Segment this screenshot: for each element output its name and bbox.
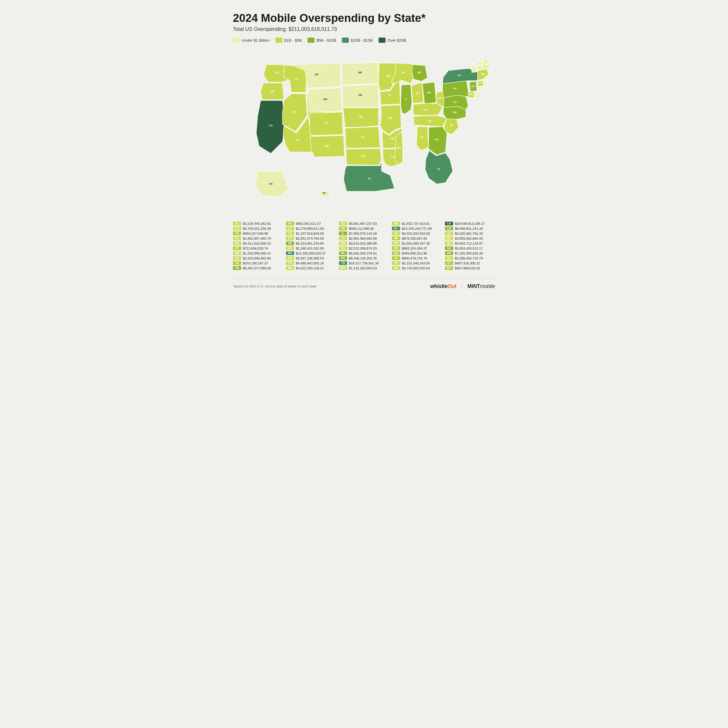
mint-logo: MINTmobile xyxy=(467,283,495,289)
state-value: $2,020,481,791.29 xyxy=(455,232,483,235)
state-value: $2,553,996,682.60 xyxy=(243,257,271,260)
legend-item-under1b: Under $1 Billion xyxy=(233,38,270,43)
table-row: MO$3,903,712,116.97 xyxy=(445,242,495,245)
state-abbr-badge: TN xyxy=(286,261,294,265)
table-row: HI$904,167,938.98 xyxy=(233,231,283,235)
state-value: $5,491,077,999.08 xyxy=(243,266,271,270)
legend-color-1b5b xyxy=(275,38,283,43)
table-row: AR$1,932,737,423.01 xyxy=(392,222,442,225)
state-NJ xyxy=(470,81,477,92)
footer: *based on 2023 U.S. census data of adult… xyxy=(233,279,495,290)
state-abbr-badge: CO xyxy=(233,226,241,230)
table-row: NJ$5,853,430,512.17 xyxy=(445,246,495,250)
state-abbr-badge: KY xyxy=(286,237,294,240)
state-value: $367,968,525.63 xyxy=(455,266,480,270)
table-row: NC$6,826,593,376.61 xyxy=(339,251,389,255)
state-abbr-badge: SC xyxy=(445,256,453,260)
table-row: KS$1,852,607,495.79 xyxy=(233,237,283,240)
state-abbr-badge: SD xyxy=(233,261,241,265)
state-value: $7,906,575,143.28 xyxy=(349,232,377,235)
table-row: UT$2,153,246,243.05 xyxy=(392,261,442,265)
state-abbr-badge: AL xyxy=(233,222,241,225)
state-abbr-badge: PA xyxy=(339,256,347,260)
table-row: OR$2,667,106,980.53 xyxy=(286,256,336,260)
table-row: IL$7,906,575,143.28 xyxy=(339,231,389,235)
table-row: TN$4,489,842,002.16 xyxy=(286,261,336,265)
table-row: MT$713,696,028.74 xyxy=(233,246,283,250)
legend-label-5b10b: $5B - $10B xyxy=(316,38,336,43)
table-row: LA$2,881,560,662.98 xyxy=(339,237,389,240)
state-abbr-badge: CA xyxy=(445,222,453,225)
state-abbr-badge: VT xyxy=(445,261,453,265)
state-abbr-badge: MI xyxy=(286,242,294,245)
table-row: AK$462,061,621.57 xyxy=(286,222,336,225)
state-value: $3,903,712,116.97 xyxy=(455,242,483,245)
state-value: $3,724,029,326.63 xyxy=(402,266,430,270)
state-abbr-badge: MO xyxy=(445,242,453,245)
state-ME xyxy=(483,60,490,70)
state-value: $6,948,651,241.30 xyxy=(455,227,483,230)
state-MA xyxy=(477,69,489,80)
state-value: $4,489,842,002.16 xyxy=(296,262,324,265)
state-value: $19,217,738,501.30 xyxy=(349,262,379,265)
state-value: $690,479,732.78 xyxy=(402,257,427,260)
table-row: PA$8,166,140,262.35 xyxy=(339,256,389,260)
table-row: IA$2,020,481,791.29 xyxy=(445,231,495,235)
state-value: $8,166,140,262.35 xyxy=(349,257,377,260)
table-row: ID$1,237,819,818.08 xyxy=(286,231,336,235)
table-row: MD$3,893,692,883.46 xyxy=(445,237,495,240)
table-row: ME$879,335,007.60 xyxy=(392,237,442,240)
state-MS xyxy=(395,132,403,165)
state-value: $1,246,421,502.99 xyxy=(296,247,324,250)
state-value: $14,245,245,771.68 xyxy=(402,227,431,230)
state-abbr-badge: NE xyxy=(286,246,294,250)
state-value: $4,323,333,593.50 xyxy=(402,232,430,235)
table-row: CA$24,548,913,238.17 xyxy=(445,222,495,225)
table-row: TX$19,217,738,501.30 xyxy=(339,261,389,265)
state-DE xyxy=(475,92,480,98)
logo-container: whistleOut | MINTmobile xyxy=(430,283,495,290)
state-value: $579,190,197.27 xyxy=(243,262,268,265)
state-value: $4,681,907,237.03 xyxy=(349,222,377,225)
state-CT xyxy=(477,81,483,87)
legend-label-10b15b: $10B - $15B xyxy=(350,38,373,43)
table-row: WA$4,922,283,158.21 xyxy=(286,266,336,270)
state-abbr-badge: HI xyxy=(233,231,241,235)
state-abbr-badge: IA xyxy=(445,231,453,235)
state-abbr-badge: TX xyxy=(339,261,347,265)
state-CO xyxy=(309,112,343,135)
state-HI xyxy=(319,191,330,197)
legend-item-5b10b: $5B - $10B xyxy=(307,38,336,43)
state-value: $1,932,737,423.01 xyxy=(402,222,430,225)
table-row: RI$690,479,732.78 xyxy=(392,256,442,260)
state-OR xyxy=(261,83,284,99)
table-row: WV$1,115,182,963.53 xyxy=(339,266,389,270)
table-row: WI$3,724,029,326.63 xyxy=(392,266,442,270)
state-abbr-badge: WI xyxy=(392,266,400,270)
legend: Under $1 Billion $1B - $5B $5B - $10B $1… xyxy=(233,38,495,43)
state-abbr-badge: AZ xyxy=(339,222,347,225)
state-abbr-badge: GA xyxy=(445,226,453,230)
state-value: $2,278,899,011.00 xyxy=(296,227,324,230)
state-value: $2,012,399,874.20 xyxy=(349,247,377,250)
state-TN xyxy=(413,116,447,127)
state-abbr-badge: OR xyxy=(286,256,294,260)
table-row: VA$5,491,077,999.08 xyxy=(233,266,283,270)
state-abbr-badge: LA xyxy=(339,237,347,240)
table-row: WY$367,968,525.63 xyxy=(445,266,495,270)
table-row: NY$12,330,288,818.27 xyxy=(286,251,336,255)
legend-label-under1b: Under $1 Billion xyxy=(242,38,270,43)
whistleout-logo: whistleOut xyxy=(430,283,456,289)
state-value: $462,061,621.57 xyxy=(296,222,321,225)
state-NM xyxy=(310,135,344,157)
state-value: $24,548,913,238.17 xyxy=(455,222,485,225)
state-IN xyxy=(411,82,424,103)
table-row: VT$407,916,305.22 xyxy=(445,261,495,265)
table-row: MS$1,852,068,197.30 xyxy=(392,242,442,245)
state-OK xyxy=(346,148,381,165)
state-abbr-badge: IN xyxy=(392,231,400,235)
legend-color-under1b xyxy=(233,38,240,43)
footer-note: *based on 2023 U.S. census data of adult… xyxy=(233,284,317,288)
state-abbr-badge: NY xyxy=(286,251,294,255)
state-RI xyxy=(483,80,487,84)
